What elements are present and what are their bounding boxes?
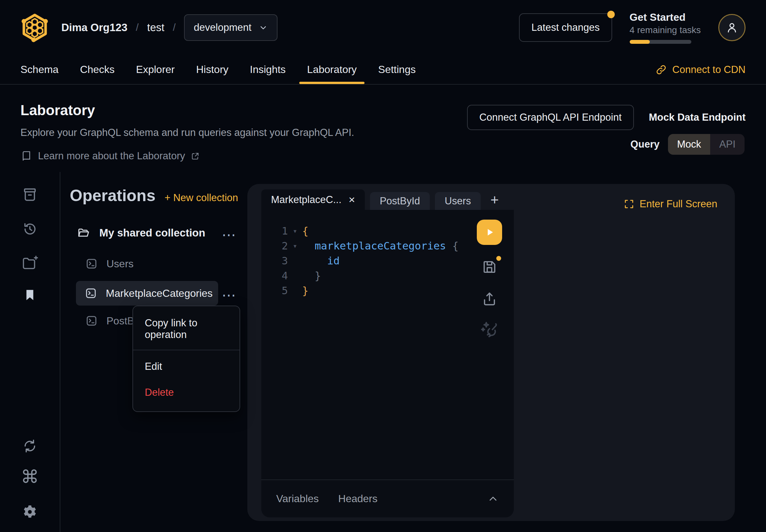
connect-cdn-link[interactable]: Connect to CDN: [655, 55, 746, 84]
nav-tab-history[interactable]: History: [196, 55, 228, 84]
page-subtitle: Explore your GraphQL schema and run quer…: [20, 127, 354, 139]
get-started-title: Get Started: [630, 11, 701, 23]
operation-item-label: Users: [106, 258, 134, 270]
app-root: Dima Org123 / test / development Latest …: [0, 0, 766, 532]
save-icon: [481, 259, 498, 275]
editor-tab-marketplacec[interactable]: MarketplaceC...×: [261, 189, 365, 210]
query-mode-row: Query MockAPI: [630, 134, 745, 155]
nav-tab-settings[interactable]: Settings: [378, 55, 416, 84]
nav-tab-laboratory[interactable]: Laboratory: [307, 55, 357, 84]
add-tab-button[interactable]: +: [491, 193, 499, 207]
context-menu-item-edit[interactable]: Edit: [133, 354, 239, 380]
editor-tab-label: PostById: [380, 195, 420, 207]
chevron-up-icon: [487, 493, 499, 505]
keyboard-shortcuts-icon[interactable]: ⌘: [21, 468, 39, 486]
variant-select[interactable]: development: [184, 14, 277, 41]
connect-endpoint-button[interactable]: Connect GraphQL API Endpoint: [467, 105, 634, 130]
collapse-panel-button[interactable]: [487, 493, 499, 505]
connect-cdn-label: Connect to CDN: [672, 64, 746, 76]
operations-head: Operations + New collection: [70, 186, 238, 205]
query-mode-mock[interactable]: Mock: [668, 134, 710, 155]
page-title: Laboratory: [20, 102, 354, 118]
share-operation-button[interactable]: [481, 290, 498, 307]
user-avatar[interactable]: [718, 14, 746, 41]
code-token: [446, 240, 452, 252]
settings-icon[interactable]: [21, 503, 38, 520]
context-menu-item-delete[interactable]: Delete: [133, 380, 239, 407]
laboratory-workspace: ⌘ Operations + New collection My shared …: [0, 172, 766, 532]
collection-more-options-icon[interactable]: ⋯: [222, 228, 237, 242]
save-operation-button[interactable]: [481, 259, 498, 275]
unsaved-dot: [496, 256, 501, 261]
line-number: 5: [271, 283, 288, 298]
tab-variables[interactable]: Variables: [276, 493, 319, 505]
line-number: 1: [271, 224, 288, 238]
new-collection-icon[interactable]: [21, 254, 39, 271]
mock-endpoint-link[interactable]: Mock Data Endpoint: [649, 112, 746, 123]
new-collection-link[interactable]: + New collection: [164, 192, 238, 204]
code-token: [302, 240, 315, 252]
code-token: marketplaceCategories: [315, 240, 446, 252]
honeycomb-logo-icon[interactable]: [20, 13, 49, 42]
fold-caret-icon: [288, 253, 302, 268]
code-token: {: [302, 225, 308, 237]
operations-heading: Operations: [70, 186, 155, 205]
broom-sparkle-icon: [480, 320, 500, 340]
breadcrumb-org[interactable]: Dima Org123: [61, 21, 128, 34]
nav-tab-explorer[interactable]: Explorer: [136, 55, 175, 84]
fullscreen-button[interactable]: Enter Full Screen: [624, 198, 718, 210]
bottom-tabs: VariablesHeaders: [276, 493, 377, 505]
play-icon: [484, 227, 495, 237]
tab-headers[interactable]: Headers: [338, 493, 377, 505]
query-mode-api[interactable]: API: [710, 134, 745, 155]
context-menu-item-copy-link-to-operation[interactable]: Copy link to operation: [133, 308, 239, 350]
fold-caret-icon[interactable]: ▾: [288, 238, 302, 253]
query-mode-toggle: MockAPI: [668, 134, 745, 155]
editor-tab-postbyid[interactable]: PostById: [370, 192, 430, 210]
notification-dot: [607, 11, 615, 18]
get-started-widget[interactable]: Get Started 4 remaining tasks: [630, 11, 701, 44]
operation-item-label: MarketplaceCategories: [106, 287, 213, 299]
operation-item-marketplacecategories[interactable]: MarketplaceCategories: [76, 281, 218, 306]
nav-tab-schema[interactable]: Schema: [20, 55, 58, 84]
query-label: Query: [630, 139, 660, 150]
graph-nav: SchemaChecksExplorerHistoryInsightsLabor…: [0, 55, 766, 85]
editor-tabs: MarketplaceC...×PostByIdUsers: [261, 189, 486, 210]
query-editor[interactable]: 1▾{2▾ marketplaceCategories {3 id4 }5}: [261, 210, 514, 479]
code-token: id: [327, 255, 340, 267]
nav-tab-insights[interactable]: Insights: [250, 55, 286, 84]
editor-toolbar: [477, 220, 502, 340]
collection-row[interactable]: My shared collection: [77, 226, 205, 239]
code-token: [302, 255, 327, 267]
laboratory-panel: Enter Full Screen MarketplaceC...×PostBy…: [247, 184, 735, 521]
operation-more-options-icon[interactable]: ⋯: [222, 288, 237, 302]
external-link-icon: [191, 152, 200, 161]
nav-tab-checks[interactable]: Checks: [80, 55, 115, 84]
refresh-icon[interactable]: [22, 438, 38, 454]
get-started-subtitle: 4 remaining tasks: [630, 25, 701, 35]
code-token: [302, 270, 315, 282]
breadcrumb-separator: /: [173, 22, 176, 33]
run-query-button[interactable]: [477, 220, 502, 245]
code-token: {: [452, 240, 458, 252]
prettify-button[interactable]: [480, 320, 500, 340]
operation-item-users[interactable]: Users: [85, 254, 134, 274]
line-number: 2: [271, 238, 288, 253]
code-text: id: [302, 253, 340, 268]
page-header: Laboratory Explore your GraphQL schema a…: [0, 85, 766, 172]
operations-sidebar: Operations + New collection My shared co…: [60, 172, 247, 532]
editor-tab-users[interactable]: Users: [435, 192, 481, 210]
close-tab-icon[interactable]: ×: [348, 193, 355, 206]
schema-archive-icon[interactable]: [21, 186, 38, 203]
saved-operations-icon[interactable]: [22, 287, 37, 303]
breadcrumb-graph[interactable]: test: [147, 21, 164, 34]
history-icon[interactable]: [21, 221, 38, 237]
page-header-left: Laboratory Explore your GraphQL schema a…: [20, 102, 354, 163]
learn-more-link[interactable]: Learn more about the Laboratory: [20, 150, 354, 163]
latest-changes-label: Latest changes: [531, 22, 600, 33]
fold-caret-icon[interactable]: ▾: [288, 224, 302, 238]
latest-changes-button[interactable]: Latest changes: [519, 13, 612, 42]
variant-select-value: development: [194, 22, 251, 33]
person-icon: [725, 20, 739, 35]
fold-caret-icon: [288, 283, 302, 298]
